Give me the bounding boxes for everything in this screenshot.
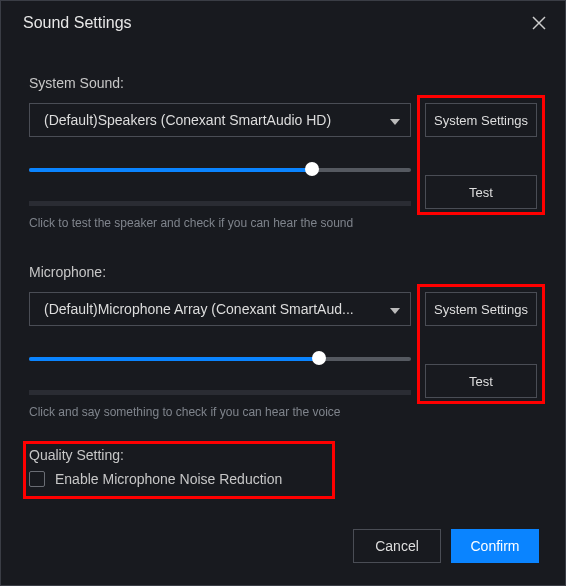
system-sound-test-button[interactable]: Test (425, 175, 537, 209)
noise-reduction-checkbox-row[interactable]: Enable Microphone Noise Reduction (29, 471, 339, 487)
svg-marker-3 (390, 308, 400, 314)
dialog-title: Sound Settings (23, 14, 132, 32)
system-sound-level-meter (29, 201, 411, 206)
confirm-button[interactable]: Confirm (451, 529, 539, 563)
system-sound-hint: Click to test the speaker and check if y… (29, 216, 411, 230)
dialog-footer: Cancel Confirm (353, 529, 539, 563)
microphone-level-meter (29, 390, 411, 395)
system-sound-device-value: (Default)Speakers (Conexant SmartAudio H… (44, 112, 331, 128)
noise-reduction-checkbox[interactable] (29, 471, 45, 487)
sound-settings-dialog: Sound Settings System Sound: (Default)Sp… (0, 0, 566, 586)
microphone-row: (Default)Microphone Array (Conexant Smar… (29, 292, 537, 419)
system-sound-settings-button[interactable]: System Settings (425, 103, 537, 137)
microphone-device-value: (Default)Microphone Array (Conexant Smar… (44, 301, 354, 317)
microphone-volume-slider[interactable] (29, 352, 411, 366)
chevron-down-icon (390, 112, 400, 128)
microphone-label: Microphone: (29, 264, 537, 280)
dialog-content: System Sound: (Default)Speakers (Conexan… (1, 45, 565, 487)
noise-reduction-label: Enable Microphone Noise Reduction (55, 471, 282, 487)
system-sound-label: System Sound: (29, 75, 537, 91)
microphone-settings-button[interactable]: System Settings (425, 292, 537, 326)
cancel-button[interactable]: Cancel (353, 529, 441, 563)
close-icon[interactable] (527, 11, 551, 35)
system-sound-row: (Default)Speakers (Conexant SmartAudio H… (29, 103, 537, 230)
microphone-hint: Click and say something to check if you … (29, 405, 411, 419)
svg-marker-2 (390, 119, 400, 125)
microphone-device-select[interactable]: (Default)Microphone Array (Conexant Smar… (29, 292, 411, 326)
system-sound-device-select[interactable]: (Default)Speakers (Conexant SmartAudio H… (29, 103, 411, 137)
system-sound-volume-slider[interactable] (29, 163, 411, 177)
titlebar: Sound Settings (1, 1, 565, 45)
quality-setting-label: Quality Setting: (29, 447, 339, 463)
microphone-test-button[interactable]: Test (425, 364, 537, 398)
chevron-down-icon (390, 301, 400, 317)
quality-setting-section: Quality Setting: Enable Microphone Noise… (29, 447, 339, 487)
